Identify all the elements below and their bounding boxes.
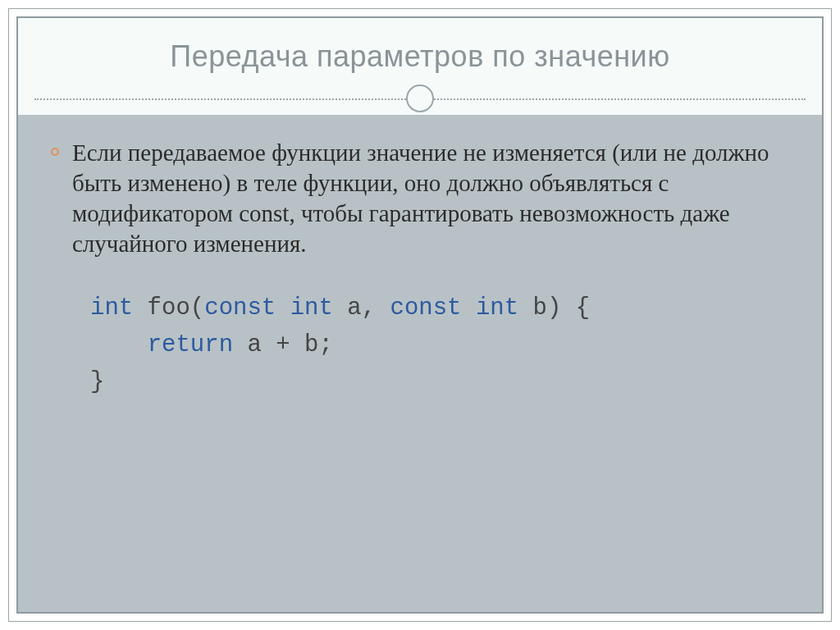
title-area: Передача параметров по значению bbox=[18, 18, 822, 115]
bullet-icon bbox=[51, 148, 59, 156]
code-block: int foo(const int a, const int b) { retu… bbox=[72, 290, 778, 401]
keyword-const: const bbox=[390, 294, 462, 322]
slide-frame-outer: Передача параметров по значению Если пер… bbox=[8, 8, 832, 622]
code-text: b) { bbox=[518, 294, 590, 322]
code-text: foo( bbox=[133, 294, 204, 322]
paragraph-text: Если передаваемое функции значение не из… bbox=[72, 139, 769, 257]
code-text: } bbox=[90, 368, 104, 395]
code-text: a, bbox=[333, 294, 390, 322]
code-text: a + b; bbox=[233, 331, 333, 358]
circle-ornament-icon bbox=[406, 84, 434, 112]
keyword-const: const bbox=[204, 294, 276, 322]
content-area: Если передаваемое функции значение не из… bbox=[18, 115, 822, 612]
slide-title: Передача параметров по значению bbox=[34, 39, 806, 74]
keyword-int: int bbox=[290, 294, 333, 322]
code-text bbox=[276, 294, 290, 322]
code-text bbox=[462, 294, 476, 322]
body-paragraph: Если передаваемое функции значение не из… bbox=[72, 138, 778, 259]
keyword-int: int bbox=[90, 294, 133, 322]
title-divider bbox=[34, 82, 806, 115]
slide-frame-inner: Передача параметров по значению Если пер… bbox=[16, 16, 824, 614]
keyword-return: return bbox=[148, 331, 233, 358]
code-text bbox=[90, 331, 148, 358]
keyword-int: int bbox=[476, 294, 518, 322]
